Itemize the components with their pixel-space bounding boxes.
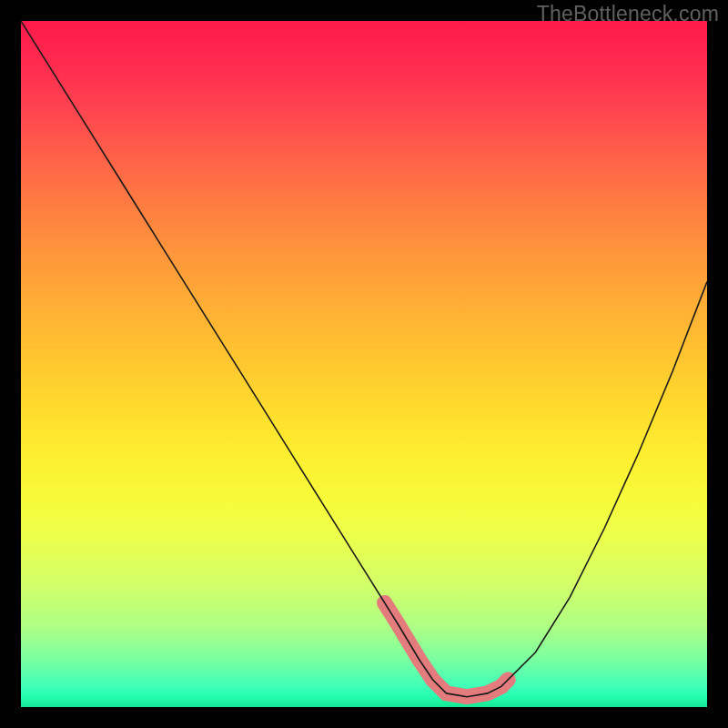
thin-curve-line bbox=[21, 21, 707, 697]
chart-plot-area bbox=[21, 21, 707, 707]
thick-highlight-segment bbox=[385, 602, 509, 696]
watermark-text: TheBottleneck.com bbox=[537, 2, 719, 26]
bottleneck-curve bbox=[21, 21, 707, 707]
